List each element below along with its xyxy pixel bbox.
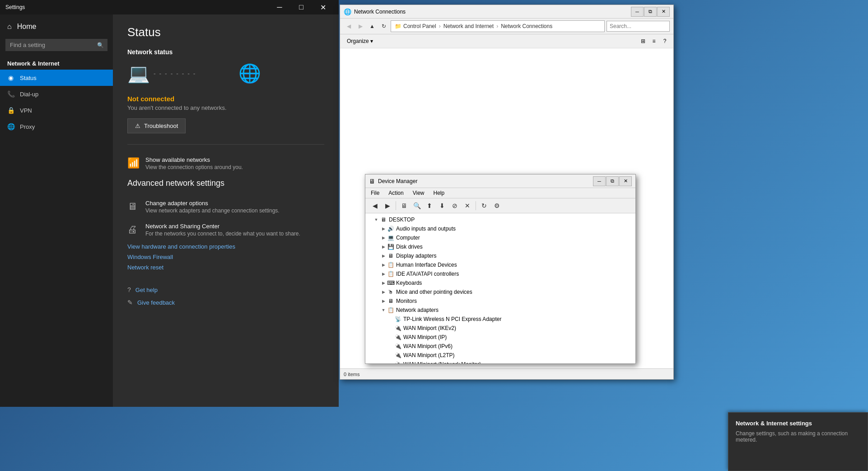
keyboards-icon: ⌨ [387,279,394,287]
devmgr-restore-button[interactable]: ⧉ [606,176,619,186]
tree-monitors[interactable]: ▶ 🖥 Monitors [365,297,635,306]
divider-1 [127,144,324,145]
tree-wan-ikev2[interactable]: 🔌 WAN Miniport (IKEv2) [365,324,635,333]
sidebar-item-dialup[interactable]: 📞 Dial-up [0,86,113,102]
tree-disk[interactable]: ▶ 💾 Disk drives [365,242,635,251]
tree-wan-ip[interactable]: 🔌 WAN Miniport (IP) [365,333,635,342]
refresh-button[interactable]: ↻ [379,21,389,31]
view-hardware-link[interactable]: View hardware and connection properties [127,241,324,252]
devmgr-menubar: File Action View Help [365,188,635,198]
devmgr-forward-btn[interactable]: ▶ [382,200,393,212]
tree-mice[interactable]: ▶ 🖱 Mice and other pointing devices [365,287,635,297]
close-button[interactable]: ✕ [313,0,333,14]
network-reset-link[interactable]: Network reset [127,262,324,273]
devmgr-scan-btn[interactable]: 🔍 [411,200,423,212]
tree-ide[interactable]: ▶ 📋 IDE ATA/ATAPI controllers [365,269,635,278]
devmgr-titlebar: 🖥 Device Manager ─ ⧉ ✕ [365,174,635,188]
devmgr-minimize-button[interactable]: ─ [593,176,606,186]
menu-action[interactable]: Action [387,189,405,197]
devmgr-titlebar-left: 🖥 Device Manager [369,178,417,185]
netconn-restore-button[interactable]: ⧉ [644,7,657,17]
sidebar-item-status[interactable]: ◉ Status [0,70,113,86]
sidebar-item-home[interactable]: ⌂ Home [0,18,113,35]
wan-netmon-toggle [387,361,394,363]
network-adapters-toggle: ▼ [380,306,387,314]
get-help-item[interactable]: ? Get help [127,283,324,296]
sharing-center-item[interactable]: 🖨 Network and Sharing Center For the net… [127,218,324,241]
tree-computer[interactable]: ▶ 💻 Computer [365,233,635,242]
menu-help[interactable]: Help [432,189,447,197]
warning-icon: ⚠ [135,122,140,129]
devmgr-show-props-btn[interactable]: 🖥 [398,200,410,212]
view-icon-btn-1[interactable]: ⊞ [638,36,648,46]
network-status-title: Network status [127,48,324,56]
tree-audio[interactable]: ▶ 🔊 Audio inputs and outputs [365,224,635,233]
tree-network-adapters[interactable]: ▼ 📋 Network adapters [365,306,635,315]
devmgr-rollback-btn[interactable]: ⬇ [436,200,448,212]
tree-wan-netmon[interactable]: 🔌 WAN Miniport (Network Monitor) [365,360,635,363]
not-connected-status: Not connected [127,95,324,103]
keyboards-label: Keyboards [396,280,422,286]
sidebar: ⌂ Home 🔍 Network & Internet ◉ Status 📞 D… [0,14,113,407]
minimize-button[interactable]: ─ [269,0,290,14]
netconn-close-button[interactable]: ✕ [657,7,670,17]
tree-hid[interactable]: ▶ 📋 Human Interface Devices [365,260,635,269]
wan-ipv6-label: WAN Miniport (IPv6) [403,343,453,349]
notification-desc: Change settings, such as making a connec… [736,430,860,443]
settings-window: Settings ─ □ ✕ ⌂ Home 🔍 Network & Intern… [0,0,339,407]
show-networks-item[interactable]: 📶 Show available networks View the conne… [127,152,324,175]
tree-root[interactable]: ▼ 🖥 DESKTOP [365,215,635,224]
monitors-icon: 🖥 [387,297,394,305]
up-arrow[interactable]: ▲ [367,21,377,31]
netconn-minimize-button[interactable]: ─ [631,7,644,17]
menu-view[interactable]: View [411,189,426,197]
devmgr-update-btn[interactable]: ⬆ [424,200,435,212]
tplink-toggle [387,316,394,323]
wan-ipv6-toggle [387,343,394,350]
main-content: Status Network status 💻 - - - - - - - - … [113,14,339,407]
computer-icon: 💻 [127,63,150,84]
devmgr-icon: 🖥 [369,178,375,185]
help-view-btn[interactable]: ? [660,36,670,46]
sidebar-item-proxy[interactable]: 🌐 Proxy [0,118,113,135]
organize-button[interactable]: Organize ▾ [344,37,376,46]
devmgr-close-button[interactable]: ✕ [619,176,632,186]
show-networks-title: Show available networks [145,156,243,163]
tree-wan-ipv6[interactable]: 🔌 WAN Miniport (IPv6) [365,342,635,351]
troubleshoot-button[interactable]: ⚠ Troubleshoot [127,118,186,133]
mice-icon: 🖱 [387,288,394,296]
menu-file[interactable]: File [369,189,381,197]
tree-wan-l2tp[interactable]: 🔌 WAN Miniport (L2TP) [365,351,635,360]
forward-arrow[interactable]: ▶ [355,21,365,31]
devmgr-props2-btn[interactable]: ⚙ [491,200,503,212]
troubleshoot-label: Troubleshoot [144,122,178,129]
search-input[interactable] [5,39,107,51]
give-feedback-item[interactable]: ✎ Give feedback [127,296,324,309]
tree-keyboards[interactable]: ▶ ⌨ Keyboards [365,278,635,287]
sharing-center-title: Network and Sharing Center [145,223,300,230]
view-icon-btn-2[interactable]: ≡ [649,36,659,46]
notification-title: Network & Internet settings [736,420,860,427]
devmgr-btns: ─ ⧉ ✕ [593,176,632,186]
address-search-input[interactable] [607,21,670,32]
hid-label: Human Interface Devices [396,262,457,268]
windows-firewall-link[interactable]: Windows Firewall [127,252,324,262]
wan-ikev2-icon: 🔌 [394,325,401,332]
proxy-icon: 🌐 [7,123,14,130]
help-icon: ? [127,286,131,293]
tree-display[interactable]: ▶ 🖥 Display adapters [365,251,635,260]
sidebar-item-vpn[interactable]: 🔒 VPN [0,102,113,118]
maximize-button[interactable]: □ [291,0,312,14]
devmgr-back-btn[interactable]: ◀ [369,200,381,212]
home-icon: ⌂ [7,23,12,31]
tree-tplink[interactable]: 📡 TP-Link Wireless N PCI Express Adapter [365,315,635,324]
wan-netmon-label: WAN Miniport (Network Monitor) [403,361,481,363]
sidebar-item-dialup-label: Dial-up [20,91,38,98]
devmgr-disable-btn[interactable]: ⊘ [449,200,461,212]
devmgr-uninstall-btn[interactable]: ✕ [462,200,473,212]
home-label: Home [17,23,37,31]
wan-ip-label: WAN Miniport (IP) [403,334,447,340]
back-arrow[interactable]: ◀ [344,21,354,31]
devmgr-rescan-btn[interactable]: ↻ [478,200,490,212]
change-adapter-item[interactable]: 🖥 Change adapter options View network ad… [127,195,324,218]
